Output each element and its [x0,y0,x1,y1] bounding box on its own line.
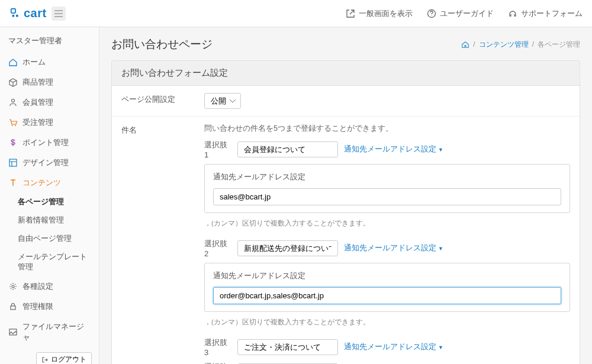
option-label-4: 選択肢4 [204,362,231,364]
svg-point-8 [12,285,14,288]
sidebar-item-points[interactable]: ポイント管理 [0,133,99,153]
logo[interactable]: cart [9,7,47,20]
email-panel-1: 通知先メールアドレス設定 [204,164,570,213]
option-input-2[interactable] [237,240,338,256]
logo-icon [9,7,22,20]
sidebar-item-contents[interactable]: コンテンツ [0,173,99,193]
image-icon [8,327,18,337]
publish-label: ページ公開設定 [112,86,195,116]
sidebar-item-permissions[interactable]: 管理権限 [0,297,99,317]
svg-rect-9 [11,306,15,310]
option-label-3: 選択肢3 [204,337,231,357]
lock-icon [8,302,18,311]
option-label-2: 選択肢2 [204,239,231,258]
caret-down-icon: ▼ [438,246,443,252]
sidebar-sub-mail[interactable]: メールテンプレート管理 [0,248,99,276]
top-header: cart 一般画面を表示 ユーザーガイド サポートフォーム [0,0,592,27]
question-icon [427,9,436,18]
sidebar-item-settings[interactable]: 各種設定 [0,276,99,297]
menu-toggle-button[interactable] [52,7,66,21]
settings-panel: お問い合わせフォーム設定 ページ公開設定 公開 件名 問い合わせの件名を5つまで… [111,60,580,364]
user-guide-link[interactable]: ユーザーガイド [427,8,494,19]
sidebar-item-members[interactable]: 会員管理 [0,92,99,112]
display-site-link[interactable]: 一般画面を表示 [346,8,413,19]
home-breadcrumb-icon[interactable] [461,40,469,49]
person-icon [8,98,18,107]
sidebar-item-products[interactable]: 商品管理 [0,72,99,92]
svg-rect-0 [11,8,15,12]
svg-point-5 [12,125,13,126]
sidebar-item-home[interactable]: ホーム [0,52,99,72]
external-link-icon [346,9,355,18]
sidebar-item-design[interactable]: デザイン管理 [0,153,99,173]
email-hint: ，(カンマ）区切りで複数入力することができます。 [204,219,570,228]
hamburger-icon [54,10,63,17]
subject-hint: 問い合わせの件名を5つまで登録することができます。 [204,124,570,134]
layout-icon [8,158,18,167]
page-title: お問い合わせページ [111,37,213,52]
home-icon [8,57,18,67]
logout-icon [41,356,49,363]
toggle-email-3[interactable]: 通知先メールアドレス設定 ▼ [344,342,443,352]
svg-point-6 [15,125,16,126]
gear-icon [8,282,18,291]
svg-rect-2 [16,14,18,17]
svg-rect-7 [9,159,17,166]
option-input-3[interactable] [237,339,338,355]
panel-title: お問い合わせフォーム設定 [112,61,580,86]
logo-text: cart [24,7,47,20]
cart-icon [8,118,18,127]
sidebar-item-orders[interactable]: 受注管理 [0,112,99,133]
breadcrumb-contents[interactable]: コンテンツ管理 [479,40,529,50]
email-panel-title: 通知先メールアドレス設定 [213,172,561,182]
top-right-links: 一般画面を表示 ユーザーガイド サポートフォーム [346,8,583,19]
support-form-link[interactable]: サポートフォーム [508,8,583,19]
sidebar-item-files[interactable]: ファイルマネージャ [0,317,99,347]
main-content: お問い合わせページ / コンテンツ管理 / 各ページ管理 お問い合わせフォーム設… [99,27,592,364]
caret-down-icon: ▼ [438,344,443,350]
subject-label: 件名 [112,117,195,364]
email-panel-2: 通知先メールアドレス設定 [204,263,570,312]
toggle-email-1[interactable]: 通知先メールアドレス設定 ▼ [344,144,443,154]
headset-icon [508,9,517,18]
email-hint: ，(カンマ）区切りで複数入力することができます。 [204,318,570,327]
email-panel-title: 通知先メールアドレス設定 [213,270,561,281]
sidebar-sub-free[interactable]: 自由ページ管理 [0,230,99,248]
sidebar: マスター管理者 ホーム 商品管理 会員管理 受注管理 ポイント管理 デザイン管理… [0,27,99,364]
logout-button[interactable]: ログアウト [36,352,92,364]
dollar-icon [8,138,18,147]
svg-rect-1 [12,14,15,17]
sidebar-user: マスター管理者 [0,33,99,52]
toggle-email-2[interactable]: 通知先メールアドレス設定 ▼ [344,243,443,253]
caret-down-icon: ▼ [438,147,443,153]
svg-point-4 [12,99,15,102]
sidebar-sub-news[interactable]: 新着情報管理 [0,211,99,230]
email-input-2[interactable] [213,287,561,304]
breadcrumb-current: 各ページ管理 [538,40,580,50]
sidebar-sub-pages[interactable]: 各ページ管理 [0,193,99,211]
option-label-1: 選択肢1 [204,140,231,159]
publish-select[interactable]: 公開 [204,93,241,109]
email-input-1[interactable] [213,188,561,205]
box-icon [8,78,18,87]
breadcrumb: / コンテンツ管理 / 各ページ管理 [461,40,580,50]
text-icon [8,178,18,188]
option-input-1[interactable] [237,141,338,157]
